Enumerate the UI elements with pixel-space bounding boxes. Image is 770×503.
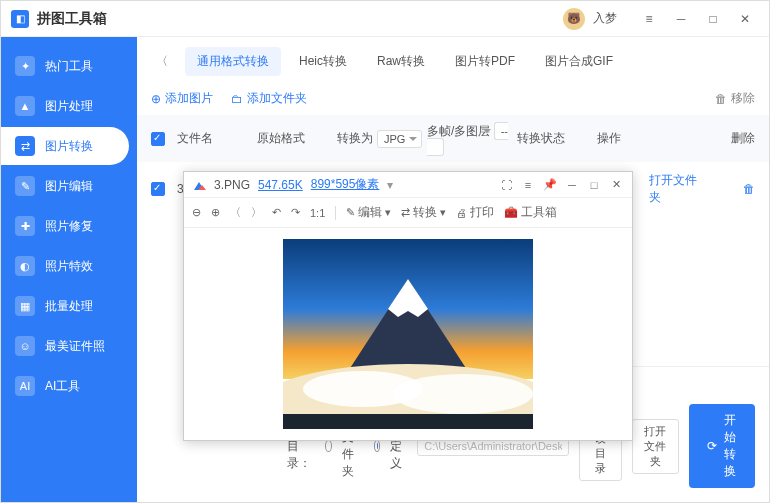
rotate-right-button[interactable]: ↷ <box>291 206 300 219</box>
viewer-logo <box>192 178 206 192</box>
idphoto-icon: ☺ <box>15 336 35 356</box>
radio-sourcefolder[interactable] <box>325 440 332 452</box>
row-checkbox[interactable] <box>151 182 165 196</box>
table-header: 文件名 原始格式 转换为JPG 多帧/多图层 -- 转换状态 操作 删除 <box>137 115 769 162</box>
sidebar-item-label: 照片修复 <box>45 218 93 235</box>
app-title: 拼图工具箱 <box>37 10 107 28</box>
start-convert-button[interactable]: ⟳开始转换 <box>689 404 755 488</box>
next-button[interactable]: 〉 <box>251 205 262 220</box>
maximize-button[interactable]: □ <box>699 5 727 33</box>
batch-icon: ▦ <box>15 296 35 316</box>
action-label: 添加文件夹 <box>247 90 307 107</box>
chevron-down-icon[interactable]: ▾ <box>387 178 393 192</box>
process-icon: ▲ <box>15 96 35 116</box>
pv-maximize-button[interactable]: □ <box>586 177 602 193</box>
tool-label: 转换 <box>413 204 437 221</box>
prev-button[interactable]: 〈 <box>230 205 241 220</box>
sidebar-item-label: AI工具 <box>45 378 80 395</box>
sidebar: ✦热门工具 ▲图片处理 ⇄图片转换 ✎图片编辑 ✚照片修复 ◐照片特效 ▦批量处… <box>1 37 137 502</box>
ai-icon: AI <box>15 376 35 396</box>
col-operation: 操作 <box>597 130 707 147</box>
pv-minimize-button[interactable]: ─ <box>564 177 580 193</box>
edit-icon: ✎ <box>15 176 35 196</box>
tool-label: 工具箱 <box>521 204 557 221</box>
sidebar-item-batch[interactable]: ▦批量处理 <box>1 287 129 325</box>
sidebar-item-edit[interactable]: ✎图片编辑 <box>1 167 129 205</box>
plus-icon: ⊕ <box>151 92 161 106</box>
open-folder-link[interactable]: 打开文件夹 <box>649 172 707 206</box>
pv-menu-button[interactable]: ≡ <box>520 177 536 193</box>
menu-button[interactable]: ≡ <box>635 5 663 33</box>
col-delete: 删除 <box>731 130 755 147</box>
tab-heic[interactable]: Heic转换 <box>287 47 359 76</box>
col-status: 转换状态 <box>517 130 597 147</box>
close-button[interactable]: ✕ <box>731 5 759 33</box>
sidebar-item-process[interactable]: ▲图片处理 <box>1 87 129 125</box>
app-logo: ◧ <box>11 10 29 28</box>
preview-filename: 3.PNG <box>214 178 250 192</box>
sidebar-item-label: 图片转换 <box>45 138 93 155</box>
minimize-button[interactable]: ─ <box>667 5 695 33</box>
format-select[interactable]: JPG <box>377 130 422 148</box>
col-multiframe: 多帧/多图层 <box>427 124 490 138</box>
hot-icon: ✦ <box>15 56 35 76</box>
pv-expand-button[interactable]: ⛶ <box>498 177 514 193</box>
radio-custom[interactable] <box>374 440 381 452</box>
col-origformat: 原始格式 <box>257 130 337 147</box>
sidebar-item-hot[interactable]: ✦热门工具 <box>1 47 129 85</box>
tab-pdf[interactable]: 图片转PDF <box>443 47 527 76</box>
svg-point-9 <box>393 374 533 414</box>
sidebar-item-ai[interactable]: AIAI工具 <box>1 367 129 405</box>
sidebar-item-label: 批量处理 <box>45 298 93 315</box>
divider <box>335 206 336 220</box>
tab-gif[interactable]: 图片合成GIF <box>533 47 625 76</box>
sidebar-item-label: 最美证件照 <box>45 338 105 355</box>
effect-icon: ◐ <box>15 256 35 276</box>
folder-plus-icon: 🗀 <box>231 92 243 106</box>
col-convertto: 转换为 <box>337 130 373 147</box>
sidebar-item-repair[interactable]: ✚照片修复 <box>1 207 129 245</box>
pv-pin-button[interactable]: 📌 <box>542 177 558 193</box>
tab-raw[interactable]: Raw转换 <box>365 47 437 76</box>
col-filename: 文件名 <box>177 130 257 147</box>
tool-label: 编辑 <box>358 204 382 221</box>
open-dir-button[interactable]: 打开文件夹 <box>632 419 680 474</box>
pv-print-button[interactable]: 🖨 打印 <box>456 204 494 221</box>
preview-window: 3.PNG 547.65K 899*595像素 ▾ ⛶ ≡ 📌 ─ □ ✕ ⊖ … <box>183 171 633 441</box>
preview-filesize[interactable]: 547.65K <box>258 178 303 192</box>
repair-icon: ✚ <box>15 216 35 236</box>
sidebar-item-label: 图片编辑 <box>45 178 93 195</box>
svg-rect-10 <box>283 414 533 429</box>
zoom-fit-button[interactable]: 1:1 <box>310 207 325 219</box>
action-label: 添加图片 <box>165 90 213 107</box>
sidebar-item-label: 照片特效 <box>45 258 93 275</box>
user-avatar[interactable]: 🐻 <box>563 8 585 30</box>
sidebar-item-effect[interactable]: ◐照片特效 <box>1 247 129 285</box>
sidebar-item-idphoto[interactable]: ☺最美证件照 <box>1 327 129 365</box>
user-name: 入梦 <box>593 10 617 27</box>
button-label: 开始转换 <box>723 412 737 480</box>
preview-dimensions[interactable]: 899*595像素 <box>311 176 380 193</box>
sidebar-item-label: 热门工具 <box>45 58 93 75</box>
pv-toolbox-button[interactable]: 🧰 工具箱 <box>504 204 557 221</box>
rotate-left-button[interactable]: ↶ <box>272 206 281 219</box>
row-delete-button[interactable]: 🗑 <box>743 182 755 196</box>
convert-icon: ⇄ <box>15 136 35 156</box>
action-label: 移除 <box>731 90 755 107</box>
preview-image <box>184 228 632 440</box>
pv-close-button[interactable]: ✕ <box>608 177 624 193</box>
zoom-in-button[interactable]: ⊕ <box>211 206 220 219</box>
pv-convert-button[interactable]: ⇄ 转换 ▾ <box>401 204 446 221</box>
pv-edit-button[interactable]: ✎ 编辑 ▾ <box>346 204 391 221</box>
select-all-checkbox[interactable] <box>151 132 165 146</box>
add-folder-button[interactable]: 🗀添加文件夹 <box>231 90 307 107</box>
back-button[interactable]: 〈 <box>151 51 173 73</box>
remove-button[interactable]: 🗑移除 <box>715 90 755 107</box>
tool-label: 打印 <box>470 204 494 221</box>
sidebar-item-convert[interactable]: ⇄图片转换 <box>1 127 129 165</box>
tab-general[interactable]: 通用格式转换 <box>185 47 281 76</box>
zoom-out-button[interactable]: ⊖ <box>192 206 201 219</box>
add-image-button[interactable]: ⊕添加图片 <box>151 90 213 107</box>
trash-icon: 🗑 <box>715 92 727 106</box>
sidebar-item-label: 图片处理 <box>45 98 93 115</box>
